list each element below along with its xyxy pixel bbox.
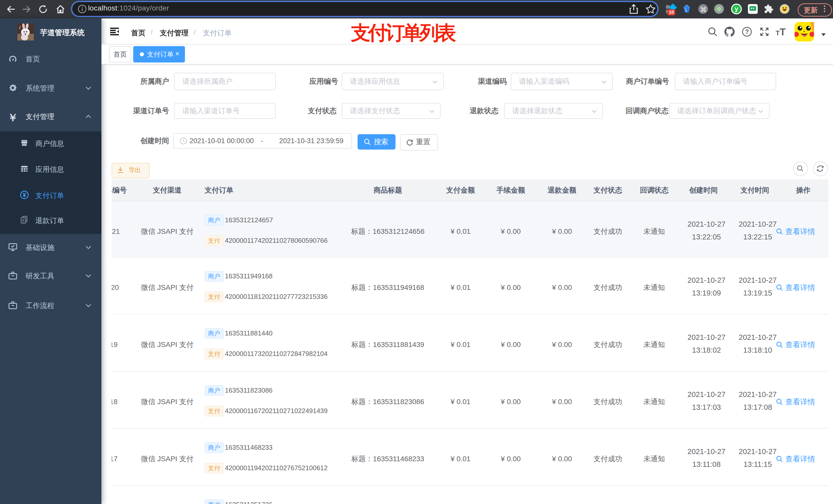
svg-text:?: ? — [745, 28, 749, 35]
